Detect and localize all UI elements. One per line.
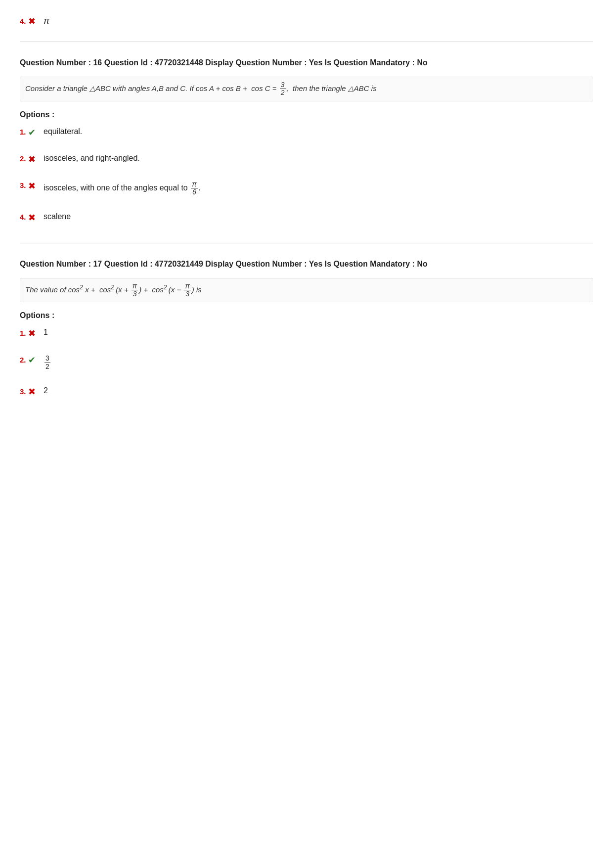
q16-opt3-text: isosceles, with one of the angles equal … xyxy=(44,180,201,196)
cross-icon-2: ✖ xyxy=(28,154,36,165)
check-icon-q17-2: ✔ xyxy=(28,355,36,365)
q16-opt1-number: 1. xyxy=(20,128,26,136)
question-17-option-3: 3. ✖ 2 xyxy=(20,385,593,397)
q17-opt1-number: 1. xyxy=(20,329,26,337)
q16-opt4-number: 4. xyxy=(20,213,26,221)
section-divider-2 xyxy=(20,243,593,243)
top-option-text: π xyxy=(44,16,49,26)
question-17-block: Question Number : 17 Question Id : 47720… xyxy=(20,258,593,398)
question-17-body-text: The value of cos2 x + cos2 (x + π3) + co… xyxy=(25,285,202,294)
top-option-badge: 4. ✖ xyxy=(20,15,40,27)
question-16-option-4: 4. ✖ scalene xyxy=(20,211,593,223)
question-16-option-1: 1. ✔ equilateral. xyxy=(20,126,593,138)
q16-opt1-badge: 1. ✔ xyxy=(20,126,40,138)
q17-opt3-text: 2 xyxy=(44,385,48,395)
q16-opt2-text: isosceles, and right-angled. xyxy=(44,153,140,163)
question-16-body-text: Consider a triangle △ABC with angles A,B… xyxy=(25,84,377,92)
question-17-meta: Question Number : 17 Question Id : 47720… xyxy=(20,258,593,270)
q17-opt3-number: 3. xyxy=(20,387,26,396)
top-option-content: π xyxy=(44,15,49,26)
question-16-options-label: Options : xyxy=(20,110,593,119)
q17-opt2-badge: 2. ✔ xyxy=(20,354,40,365)
q16-opt3-number: 3. xyxy=(20,181,26,189)
q16-opt3-badge: 3. ✖ xyxy=(20,180,40,191)
question-16-option-3: 3. ✖ isosceles, with one of the angles e… xyxy=(20,180,593,196)
top-option-row: 4. ✖ π xyxy=(20,10,593,27)
question-16-option-2: 2. ✖ isosceles, and right-angled. xyxy=(20,153,593,165)
question-16-body: Consider a triangle △ABC with angles A,B… xyxy=(20,77,593,101)
q17-opt2-text: 32 xyxy=(44,354,51,370)
question-16-block: Question Number : 16 Question Id : 47720… xyxy=(20,57,593,223)
cross-icon-q17-1: ✖ xyxy=(28,328,36,339)
q16-opt2-number: 2. xyxy=(20,154,26,163)
cross-icon-4: ✖ xyxy=(28,212,36,223)
cross-icon-3: ✖ xyxy=(28,181,36,191)
question-17-option-2: 2. ✔ 32 xyxy=(20,354,593,370)
q17-opt1-text: 1 xyxy=(44,327,48,337)
question-17-options-label: Options : xyxy=(20,311,593,320)
q16-opt2-badge: 2. ✖ xyxy=(20,153,40,165)
top-option-number: 4. xyxy=(20,17,26,25)
q16-opt4-text: scalene xyxy=(44,211,71,221)
question-17-option-1: 1. ✖ 1 xyxy=(20,327,593,339)
question-16-meta: Question Number : 16 Question Id : 47720… xyxy=(20,57,593,69)
q16-opt4-badge: 4. ✖ xyxy=(20,211,40,223)
q17-opt3-badge: 3. ✖ xyxy=(20,385,40,397)
q16-opt1-text: equilateral. xyxy=(44,126,82,136)
check-icon: ✔ xyxy=(28,127,36,138)
q17-opt2-number: 2. xyxy=(20,356,26,364)
section-divider xyxy=(20,42,593,42)
question-17-body: The value of cos2 x + cos2 (x + π3) + co… xyxy=(20,278,593,303)
q17-opt1-badge: 1. ✖ xyxy=(20,327,40,339)
cross-icon-q17-3: ✖ xyxy=(28,386,36,397)
cross-icon: ✖ xyxy=(28,16,36,27)
